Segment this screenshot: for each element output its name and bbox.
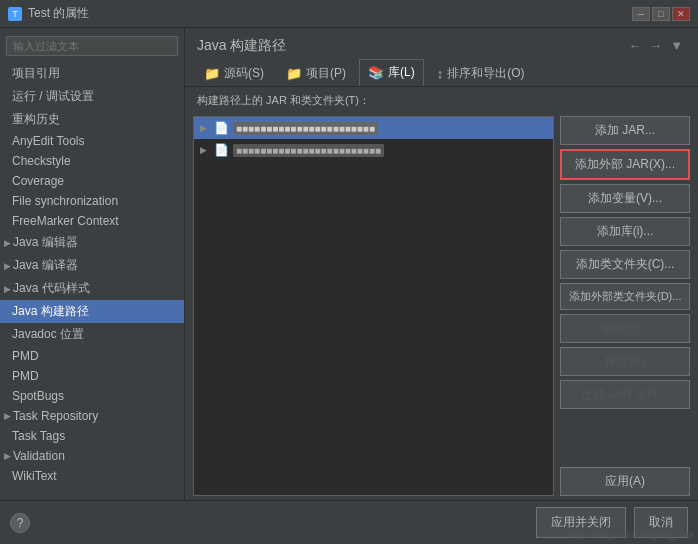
jar-list[interactable]: ▶ 📄 ■■■■■■■■■■■■■■■■■■■■■■■ ▶ 📄 ■■■■■■■■… — [193, 116, 554, 496]
sidebar-item-project-ref[interactable]: 项目引用 — [0, 62, 184, 85]
sidebar-item-file-sync[interactable]: File synchronization — [0, 191, 184, 211]
jar-icon: 📄 — [214, 121, 229, 135]
sidebar-item-java-compiler[interactable]: ▶ Java 编译器 — [0, 254, 184, 277]
buttons-panel: 添加 JAR... 添加外部 JAR(X)... 添加变量(V)... 添加库(… — [560, 116, 690, 496]
forward-button[interactable]: → — [646, 36, 665, 55]
sidebar-item-checkstyle[interactable]: Checkstyle — [0, 151, 184, 171]
add-library-button[interactable]: 添加库(i)... — [560, 217, 690, 246]
migrate-jar-button[interactable]: 迁移 JAR 文件... — [560, 380, 690, 409]
expand-arrow-icon: ▶ — [4, 451, 11, 461]
expand-icon: ▶ — [200, 123, 210, 133]
title-bar: T Test 的属性 ─ □ ✕ — [0, 0, 698, 28]
add-jar-button[interactable]: 添加 JAR... — [560, 116, 690, 145]
sidebar-item-task-repository[interactable]: ▶ Task Repository — [0, 406, 184, 426]
expand-arrow-icon: ▶ — [4, 261, 11, 271]
title-bar-left: T Test 的属性 — [8, 5, 89, 22]
nav-arrows: ← → ▼ — [625, 36, 686, 55]
content-area: Java 构建路径 ← → ▼ 📁 源码(S) 📁 项目(P) 📚 库(L) — [185, 28, 698, 500]
sidebar-item-java-editor[interactable]: ▶ Java 编辑器 — [0, 231, 184, 254]
sidebar-item-java-build-path[interactable]: Java 构建路径 — [0, 300, 184, 323]
jar-icon: 📄 — [214, 143, 229, 157]
list-item[interactable]: ▶ 📄 ■■■■■■■■■■■■■■■■■■■■■■■■ — [194, 139, 553, 161]
content-body: ▶ 📄 ■■■■■■■■■■■■■■■■■■■■■■■ ▶ 📄 ■■■■■■■■… — [185, 112, 698, 500]
maximize-button[interactable]: □ — [652, 7, 670, 21]
jar-name: ■■■■■■■■■■■■■■■■■■■■■■■■ — [233, 144, 384, 157]
tab-source[interactable]: 📁 源码(S) — [195, 60, 273, 86]
help-button[interactable]: ? — [10, 513, 30, 533]
tab-projects[interactable]: 📁 项目(P) — [277, 60, 355, 86]
add-class-folder-button[interactable]: 添加类文件夹(C)... — [560, 250, 690, 279]
sidebar-item-pmd1[interactable]: PMD — [0, 346, 184, 366]
tabs-bar: 📁 源码(S) 📁 项目(P) 📚 库(L) ↕ 排序和导出(O) — [185, 59, 698, 87]
minimize-button[interactable]: ─ — [632, 7, 650, 21]
search-box[interactable] — [6, 36, 178, 56]
edit-button[interactable]: 编辑(E)... — [560, 314, 690, 343]
folder-icon: 📁 — [286, 66, 302, 81]
add-external-class-folder-button[interactable]: 添加外部类文件夹(D)... — [560, 283, 690, 310]
add-variable-button[interactable]: 添加变量(V)... — [560, 184, 690, 213]
sidebar-item-refactor-history[interactable]: 重构历史 — [0, 108, 184, 131]
library-icon: 📚 — [368, 65, 384, 80]
back-button[interactable]: ← — [625, 36, 644, 55]
tab-order-export[interactable]: ↕ 排序和导出(O) — [428, 60, 534, 86]
expand-arrow-icon: ▶ — [4, 284, 11, 294]
remove-button[interactable]: 移除(R) — [560, 347, 690, 376]
sidebar-item-coverage[interactable]: Coverage — [0, 171, 184, 191]
sidebar-item-pmd2[interactable]: PMD — [0, 366, 184, 386]
expand-arrow-icon: ▶ — [4, 411, 11, 421]
sidebar-item-freemarker[interactable]: FreeMarker Context — [0, 211, 184, 231]
content-header: Java 构建路径 ← → ▼ — [185, 28, 698, 59]
expand-icon: ▶ — [200, 145, 210, 155]
nav-dropdown-button[interactable]: ▼ — [667, 36, 686, 55]
tab-libraries[interactable]: 📚 库(L) — [359, 59, 424, 86]
apply-button[interactable]: 应用(A) — [560, 467, 690, 496]
content-title: Java 构建路径 — [197, 37, 286, 55]
bottom-left: ? — [10, 513, 30, 533]
sidebar-item-wikitext[interactable]: WikiText — [0, 466, 184, 486]
sidebar-item-anyedit-tools[interactable]: AnyEdit Tools — [0, 131, 184, 151]
sidebar-item-run-debug[interactable]: 运行 / 调试设置 — [0, 85, 184, 108]
watermark: https://blog.csdn.net/goog_man — [568, 530, 694, 540]
add-external-jar-button[interactable]: 添加外部 JAR(X)... — [560, 149, 690, 180]
app-icon: T — [8, 7, 22, 21]
title-text: Test 的属性 — [28, 5, 89, 22]
close-button[interactable]: ✕ — [672, 7, 690, 21]
expand-arrow-icon: ▶ — [4, 238, 11, 248]
folder-icon: 📁 — [204, 66, 220, 81]
sidebar-item-javadoc[interactable]: Javadoc 位置 — [0, 323, 184, 346]
sidebar-item-java-code-style[interactable]: ▶ Java 代码样式 — [0, 277, 184, 300]
sidebar-item-validation[interactable]: ▶ Validation — [0, 446, 184, 466]
desc-text: 构建路径上的 JAR 和类文件夹(T)： — [185, 87, 698, 112]
sidebar-item-task-tags[interactable]: Task Tags — [0, 426, 184, 446]
sidebar-item-spotbugs[interactable]: SpotBugs — [0, 386, 184, 406]
search-input[interactable] — [6, 36, 178, 56]
list-item[interactable]: ▶ 📄 ■■■■■■■■■■■■■■■■■■■■■■■ — [194, 117, 553, 139]
jar-name: ■■■■■■■■■■■■■■■■■■■■■■■ — [233, 122, 378, 135]
main-container: 项目引用 运行 / 调试设置 重构历史 AnyEdit Tools Checks… — [0, 28, 698, 500]
window-controls[interactable]: ─ □ ✕ — [632, 7, 690, 21]
sidebar: 项目引用 运行 / 调试设置 重构历史 AnyEdit Tools Checks… — [0, 28, 185, 500]
sort-icon: ↕ — [437, 66, 444, 81]
